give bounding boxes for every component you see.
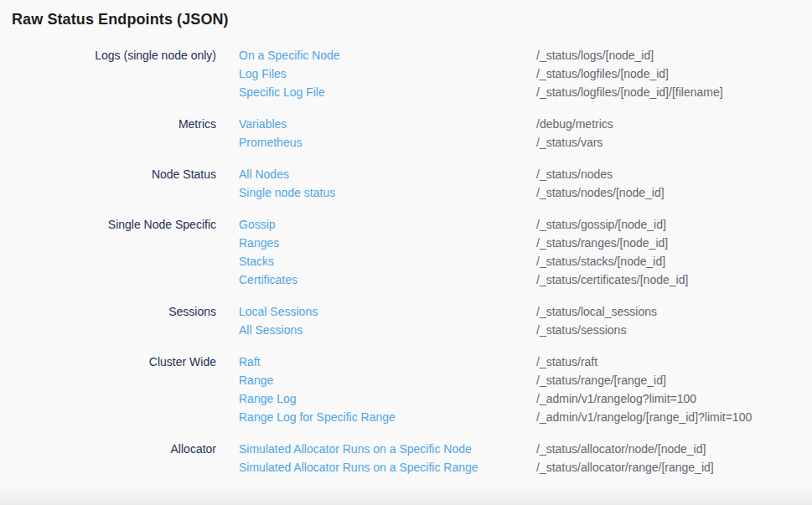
endpoint-section: Node StatusAll Nodes/_status/nodesSingle… [12, 165, 800, 202]
endpoint-link[interactable]: Range Log for Specific Range [239, 408, 536, 426]
endpoint-path: /_status/vars [536, 133, 800, 152]
endpoint-path: /_status/nodes [536, 165, 800, 183]
endpoints-table: Logs (single node only)On a Specific Nod… [12, 46, 800, 477]
category-label: Sessions [12, 302, 239, 321]
endpoint-path: /_status/gossip/[node_id] [536, 215, 800, 234]
endpoint-path: /_status/logfiles/[node_id] [536, 64, 800, 83]
endpoint-link[interactable]: Range [239, 371, 536, 389]
endpoint-section: Cluster WideRaft/_status/raftRange/_stat… [12, 353, 800, 426]
endpoint-link[interactable]: Prometheus [239, 133, 536, 152]
endpoint-path: /_status/sessions [536, 321, 800, 339]
endpoint-path: /_status/stacks/[node_id] [536, 252, 800, 271]
endpoint-section: MetricsVariables/debug/metricsPrometheus… [12, 115, 800, 152]
endpoint-link[interactable]: Simulated Allocator Runs on a Specific N… [239, 440, 536, 458]
endpoint-link[interactable]: Single node status [239, 183, 536, 202]
endpoint-link[interactable]: Stacks [239, 252, 536, 271]
endpoint-path: /_status/local_sessions [536, 302, 800, 321]
endpoint-link[interactable]: Variables [239, 115, 536, 133]
endpoint-link[interactable]: Simulated Allocator Runs on a Specific R… [239, 458, 536, 477]
endpoint-path: /debug/metrics [536, 115, 800, 133]
category-label: Allocator [12, 440, 239, 458]
category-label: Node Status [12, 165, 239, 183]
endpoint-section: SessionsLocal Sessions/_status/local_ses… [12, 302, 800, 339]
endpoint-section: AllocatorSimulated Allocator Runs on a S… [12, 440, 800, 477]
page-title: Raw Status Endpoints (JSON) [12, 11, 800, 28]
endpoint-link[interactable]: Certificates [239, 271, 536, 289]
endpoint-path: /_status/allocator/node/[node_id] [536, 440, 800, 458]
endpoint-link[interactable]: Specific Log File [239, 83, 536, 101]
endpoint-path: /_status/certificates/[node_id] [536, 271, 800, 289]
raw-status-endpoints-page: Raw Status Endpoints (JSON) Logs (single… [0, 0, 812, 477]
endpoint-section: Logs (single node only)On a Specific Nod… [12, 46, 800, 101]
endpoint-path: /_status/logfiles/[node_id]/[filename] [536, 83, 800, 101]
endpoint-path: /_status/allocator/range/[range_id] [536, 458, 800, 477]
endpoint-link[interactable]: Gossip [239, 215, 536, 234]
endpoint-section: Single Node SpecificGossip/_status/gossi… [12, 215, 800, 289]
endpoint-link[interactable]: Log Files [239, 64, 536, 83]
endpoint-path: /_status/ranges/[node_id] [536, 234, 800, 252]
endpoint-path: /_status/raft [536, 353, 800, 371]
endpoint-link[interactable]: On a Specific Node [239, 46, 536, 64]
endpoint-path: /_admin/v1/rangelog/[range_id]?limit=100 [536, 408, 800, 426]
endpoint-path: /_status/nodes/[node_id] [536, 183, 800, 202]
endpoint-link[interactable]: Local Sessions [239, 302, 536, 321]
category-label: Metrics [12, 115, 239, 133]
endpoint-link[interactable]: Raft [239, 353, 536, 371]
endpoint-link[interactable]: Ranges [239, 234, 536, 252]
endpoint-link[interactable]: Range Log [239, 389, 536, 408]
endpoint-path: /_admin/v1/rangelog?limit=100 [536, 389, 800, 408]
endpoint-link[interactable]: All Nodes [239, 165, 536, 183]
bottom-fade [0, 485, 812, 505]
category-label: Logs (single node only) [12, 46, 239, 64]
endpoint-link[interactable]: All Sessions [239, 321, 536, 339]
endpoint-path: /_status/logs/[node_id] [536, 46, 800, 64]
category-label: Single Node Specific [12, 215, 239, 234]
endpoint-path: /_status/range/[range_id] [536, 371, 800, 389]
category-label: Cluster Wide [12, 353, 239, 371]
